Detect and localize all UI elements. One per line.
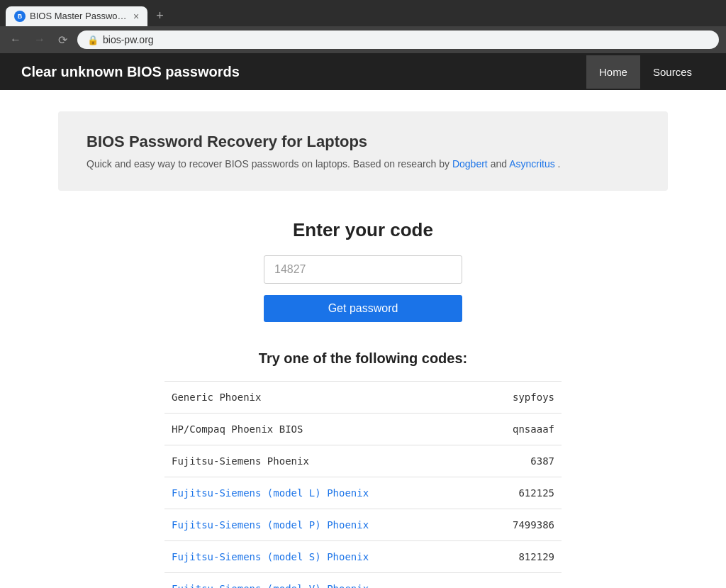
result-code: 6387 <box>479 445 562 477</box>
result-code: sypfoys <box>479 382 562 414</box>
hero-title: BIOS Password Recovery for Laptops <box>86 133 640 151</box>
result-label[interactable]: Fujitsu-Siemens (model P) Phoenix <box>164 509 479 541</box>
enter-code-title: Enter your code <box>58 219 668 241</box>
result-code: qnsaaaf <box>479 414 562 445</box>
result-code: 612125 <box>479 477 562 509</box>
code-input[interactable] <box>264 255 462 284</box>
result-label: HP/Compaq Phoenix BIOS <box>164 414 479 445</box>
hero-link-dogbert[interactable]: Dogbert <box>452 158 488 170</box>
get-password-button[interactable]: Get password <box>264 295 462 322</box>
table-row: Fujitsu-Siemens (model S) Phoenix812129 <box>164 541 562 573</box>
result-label: Generic Phoenix <box>164 382 479 414</box>
address-bar[interactable]: 🔒 bios-pw.org <box>77 30 719 49</box>
new-tab-button[interactable]: + <box>150 6 169 26</box>
tab-close-button[interactable]: × <box>133 11 139 21</box>
results-title: Try one of the following codes: <box>164 350 562 367</box>
main-content: BIOS Password Recovery for Laptops Quick… <box>44 90 682 588</box>
browser-chrome: B BIOS Master Password Generato... × + ←… <box>0 0 726 53</box>
result-code: 7499386 <box>479 509 562 541</box>
tab-title: BIOS Master Password Generato... <box>30 11 129 21</box>
tab-bar: B BIOS Master Password Generato... × + <box>0 0 726 26</box>
address-bar-row: ← → ⟳ 🔒 bios-pw.org <box>0 26 726 53</box>
site-header: Clear unknown BIOS passwords Home Source… <box>0 53 726 90</box>
forward-button[interactable]: → <box>31 32 48 48</box>
enter-code-section: Enter your code Get password <box>58 219 668 322</box>
site-nav: Home Sources <box>586 55 705 89</box>
hero-desc-mid: and <box>491 158 509 170</box>
result-label: Fujitsu-Siemens Phoenix <box>164 445 479 477</box>
active-tab[interactable]: B BIOS Master Password Generato... × <box>6 6 147 26</box>
table-row: HP/Compaq Phoenix BIOSqnsaaaf <box>164 414 562 445</box>
table-row: Fujitsu-Siemens (model L) Phoenix612125 <box>164 477 562 509</box>
table-row: Fujitsu-Siemens Phoenix6387 <box>164 445 562 477</box>
tab-favicon: B <box>14 11 26 22</box>
address-text: bios-pw.org <box>103 34 154 45</box>
result-code: ... <box>479 573 562 589</box>
hero-desc-post: . <box>558 158 561 170</box>
hero-banner: BIOS Password Recovery for Laptops Quick… <box>58 111 668 191</box>
site-title: Clear unknown BIOS passwords <box>21 64 586 80</box>
result-label[interactable]: Fujitsu-Siemens (model V) Phoenix <box>164 573 479 589</box>
refresh-button[interactable]: ⟳ <box>55 32 70 48</box>
nav-sources[interactable]: Sources <box>640 55 705 89</box>
table-row: Fujitsu-Siemens (model V) Phoenix... <box>164 573 562 589</box>
hero-link-asyncritus[interactable]: Asyncritus <box>509 158 555 170</box>
back-button[interactable]: ← <box>7 32 24 48</box>
table-row: Generic Phoenixsypfoys <box>164 382 562 414</box>
table-row: Fujitsu-Siemens (model P) Phoenix7499386 <box>164 509 562 541</box>
lock-icon: 🔒 <box>87 35 99 45</box>
hero-desc-pre: Quick and easy way to recover BIOS passw… <box>86 158 452 170</box>
results-section: Try one of the following codes: Generic … <box>164 350 562 588</box>
nav-home[interactable]: Home <box>586 55 640 89</box>
result-label[interactable]: Fujitsu-Siemens (model L) Phoenix <box>164 477 479 509</box>
results-table: Generic PhoenixsypfoysHP/Compaq Phoenix … <box>164 381 562 588</box>
hero-description: Quick and easy way to recover BIOS passw… <box>86 158 640 170</box>
result-code: 812129 <box>479 541 562 573</box>
result-label[interactable]: Fujitsu-Siemens (model S) Phoenix <box>164 541 479 573</box>
